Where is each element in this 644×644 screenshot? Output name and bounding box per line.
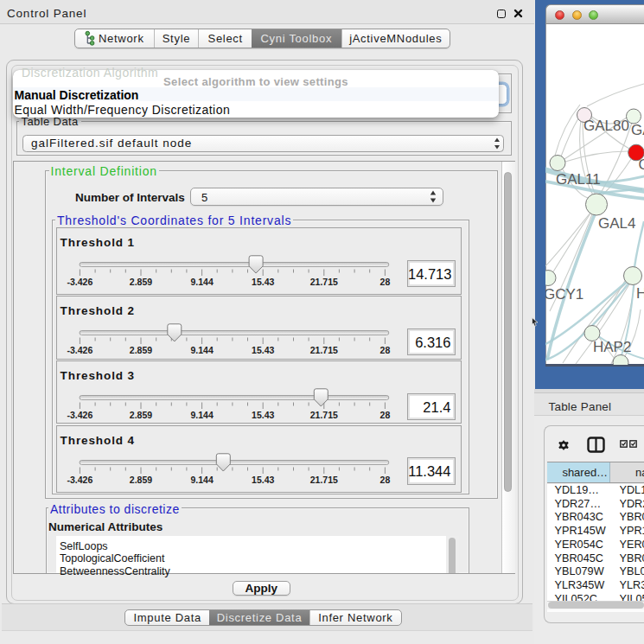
svg-text:15.43: 15.43 [252, 410, 274, 420]
svg-text:CD: CD [639, 156, 644, 172]
svg-text:21.715: 21.715 [309, 345, 337, 355]
svg-text:2.859: 2.859 [129, 345, 151, 355]
svg-text:-3.426: -3.426 [67, 410, 92, 420]
svg-text:21.715: 21.715 [309, 277, 337, 287]
svg-text:9.144: 9.144 [190, 277, 213, 287]
svg-text:GAL1: GAL1 [631, 122, 644, 138]
svg-text:-3.426: -3.426 [67, 475, 92, 485]
svg-text:15.43: 15.43 [252, 277, 274, 287]
svg-text:HIS7: HIS7 [636, 284, 644, 301]
svg-text:15.43: 15.43 [252, 345, 274, 355]
svg-text:28: 28 [379, 277, 390, 287]
svg-text:GAL11: GAL11 [556, 170, 601, 187]
svg-text:-3.426: -3.426 [67, 277, 92, 287]
svg-text:GAL4: GAL4 [598, 214, 635, 231]
svg-text:HAP2: HAP2 [593, 338, 631, 354]
svg-text:28: 28 [379, 475, 390, 485]
svg-text:-3.426: -3.426 [67, 345, 92, 355]
svg-text:GCY1: GCY1 [545, 286, 583, 303]
svg-text:2.859: 2.859 [129, 277, 151, 287]
svg-text:28: 28 [379, 410, 390, 420]
svg-text:28: 28 [379, 345, 390, 355]
svg-text:2.859: 2.859 [129, 410, 151, 420]
svg-text:15.43: 15.43 [252, 475, 274, 485]
svg-text:2.859: 2.859 [129, 475, 151, 485]
svg-text:9.144: 9.144 [190, 475, 213, 485]
svg-text:9.144: 9.144 [190, 410, 213, 420]
svg-text:GAL80: GAL80 [583, 118, 629, 134]
svg-text:21.715: 21.715 [309, 410, 337, 420]
svg-text:21.715: 21.715 [309, 475, 337, 485]
svg-text:9.144: 9.144 [190, 345, 213, 355]
